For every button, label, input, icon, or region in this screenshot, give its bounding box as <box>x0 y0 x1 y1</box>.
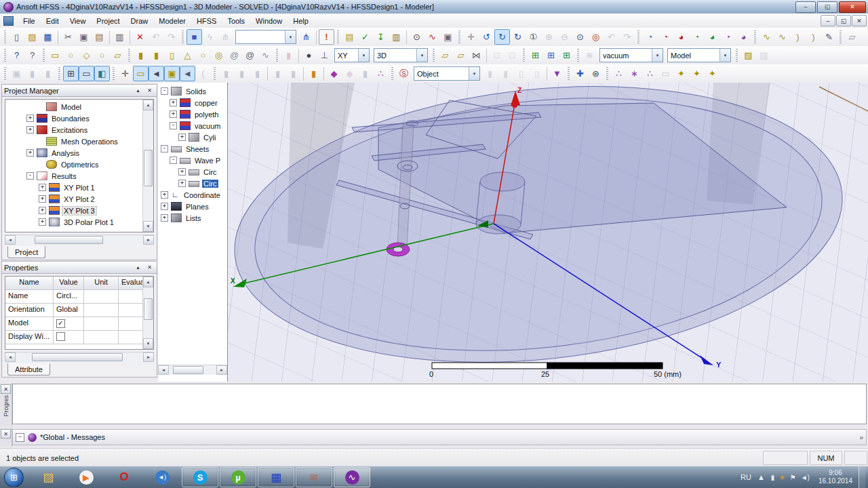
arc-disabled-icon[interactable]: ( <box>195 66 211 81</box>
measure-length-icon[interactable]: ∗ <box>627 66 642 81</box>
equation-curve-icon[interactable]: ✎ <box>821 29 837 45</box>
expand-icon[interactable]: + <box>39 207 46 214</box>
pan-icon[interactable]: ✛ <box>463 29 479 45</box>
boolean-icon[interactable]: ✚ <box>572 66 588 81</box>
help-topics-icon[interactable]: ? <box>9 47 24 63</box>
select-all-disabled-icon[interactable]: ▮ <box>482 66 498 81</box>
snap-mode-icon[interactable]: ✛ <box>117 66 133 81</box>
menu-project[interactable]: Project <box>91 16 125 26</box>
overflow-chevron-icon[interactable]: » <box>859 434 863 441</box>
print-icon[interactable]: ▥ <box>112 29 127 45</box>
property-value[interactable]: ✓ <box>54 317 84 330</box>
normal-arrow-icon[interactable]: ◄ <box>149 66 164 81</box>
chevron-down-icon[interactable] <box>469 67 479 80</box>
toolbar-handle[interactable] <box>736 49 738 62</box>
generate-history-icon[interactable]: ∴ <box>373 66 389 81</box>
expand-icon[interactable]: + <box>178 168 186 176</box>
show-desktop-button[interactable] <box>859 466 865 488</box>
menu-hfss[interactable]: HFSS <box>191 16 222 26</box>
toolbar-handle[interactable] <box>182 30 184 44</box>
draw-polyhedron-icon[interactable]: ▮ <box>149 47 164 63</box>
draw-point-icon[interactable]: ● <box>301 47 317 63</box>
draw-plane-icon[interactable]: ⊥ <box>317 47 332 63</box>
scroll-right-icon[interactable] <box>143 235 154 245</box>
taskbar-clock[interactable]: 9:06 16.10.2014 <box>818 469 852 485</box>
filter-icon[interactable]: ▼ <box>549 66 565 81</box>
expand-icon[interactable]: + <box>39 184 46 191</box>
validate-icon[interactable]: ✓ <box>357 29 373 45</box>
scrollbar-thumb[interactable] <box>32 353 123 361</box>
draw-circle-icon[interactable]: ○ <box>63 47 79 63</box>
imprint-icon[interactable]: ▮ <box>306 66 321 81</box>
expand-icon[interactable]: + <box>39 218 46 226</box>
toolbar-handle[interactable] <box>58 67 60 81</box>
close-panel-icon[interactable]: ✕ <box>144 86 155 96</box>
split-disabled-icon[interactable]: ▮ <box>270 66 285 81</box>
history-purge-doc-icon[interactable]: ◕ <box>736 29 751 45</box>
select3-disabled-icon[interactable]: ▯ <box>513 66 529 81</box>
mdi-minimize-button[interactable]: – <box>821 15 835 26</box>
draw-torus-icon[interactable]: ◎ <box>211 47 226 63</box>
property-row-orientation[interactable]: OrientationGlobal <box>5 304 143 317</box>
copy-image-icon[interactable]: ▣ <box>440 29 456 45</box>
point-in-face-icon[interactable]: ▣ <box>164 66 180 81</box>
group-disabled-icon[interactable]: ▮ <box>24 66 40 81</box>
horizontal-scrollbar[interactable] <box>5 352 154 362</box>
property-value[interactable]: Circl... <box>54 290 84 303</box>
history-restore-doc-icon[interactable]: ◕ <box>705 29 720 45</box>
zoom-out-icon[interactable]: ⊖ <box>557 29 572 45</box>
move-vertex-icon[interactable]: ▱ <box>437 47 453 63</box>
zoom-info-icon[interactable]: ① <box>526 29 541 45</box>
tray-battery-icon[interactable]: ▮ <box>771 474 775 481</box>
spline-icon[interactable]: ∿ <box>759 29 774 45</box>
tree-item-mesh-operations[interactable]: Mesh Operations <box>6 136 142 147</box>
tray-expand-icon[interactable]: ▲ <box>757 473 765 481</box>
align-wcs-icon[interactable]: ✦ <box>673 66 689 81</box>
expand-icon[interactable]: + <box>170 99 177 106</box>
toolbar-handle[interactable] <box>4 67 6 81</box>
toolbar-handle[interactable] <box>4 30 6 44</box>
expand-icon[interactable]: + <box>26 115 34 122</box>
unite-disabled-icon[interactable]: ▮ <box>218 66 234 81</box>
arc-3pt-icon[interactable]: ) <box>806 29 821 45</box>
toolbar-handle[interactable] <box>391 67 393 81</box>
convert-disabled-icon[interactable]: ▮ <box>357 66 373 81</box>
toolbar-handle[interactable] <box>637 30 639 44</box>
delete-icon[interactable]: ✕ <box>132 29 148 45</box>
subtract-disabled-icon[interactable]: ▮ <box>234 66 250 81</box>
horizontal-scrollbar[interactable] <box>5 235 154 245</box>
scroll-left-icon[interactable] <box>5 352 16 362</box>
toolbar-handle[interactable] <box>523 49 525 62</box>
vertical-scrollbar[interactable] <box>142 277 153 349</box>
arc-center-icon[interactable]: ) <box>790 29 806 45</box>
expand-icon[interactable]: + <box>161 214 168 222</box>
tree-item-analysis[interactable]: +Analysis <box>6 147 142 159</box>
property-row-display-wi[interactable]: Display Wi... <box>5 331 143 344</box>
language-indicator[interactable]: RU <box>741 473 751 481</box>
tree-item-circ[interactable]: +Circ <box>159 166 227 178</box>
tree-item-wave-p[interactable]: -Wave P <box>159 155 227 166</box>
face-mode-icon[interactable]: ▭ <box>133 66 149 81</box>
menu-draw[interactable]: Draw <box>125 16 154 26</box>
tree-item-sheets[interactable]: -Sheets <box>159 143 227 155</box>
image-disabled-icon[interactable]: ▭ <box>658 66 673 81</box>
drawing-plane-combobox[interactable]: XY <box>334 48 370 62</box>
open-region-icon[interactable]: ▨ <box>741 47 756 63</box>
taskbar-utorrent-icon[interactable]: µ <box>220 467 256 487</box>
tree-item-xy-plot-2[interactable]: +XY Plot 2 <box>6 193 142 205</box>
scrollbar-thumb[interactable] <box>144 298 153 320</box>
chevron-down-icon[interactable] <box>358 49 369 62</box>
draw-ellipse-icon[interactable]: ○ <box>94 47 110 63</box>
orient-icon[interactable]: ⊛ <box>588 66 604 81</box>
menu-view[interactable]: View <box>64 16 92 26</box>
split2-disabled-icon[interactable]: ▮ <box>285 66 301 81</box>
taskbar-opera-icon[interactable]: O <box>106 467 142 487</box>
close-panel-icon[interactable]: ✕ <box>144 263 155 272</box>
history-restore-icon[interactable]: ◔ <box>689 29 705 45</box>
chevron-down-icon[interactable] <box>416 49 427 62</box>
draw-helix-icon[interactable]: @ <box>226 47 242 63</box>
scroll-left-icon[interactable] <box>5 235 16 245</box>
draw-rectangle-icon[interactable]: ▭ <box>47 47 63 63</box>
mdi-restore-button[interactable]: ◱ <box>836 15 851 26</box>
new-region-icon[interactable]: ▨ <box>756 47 772 63</box>
